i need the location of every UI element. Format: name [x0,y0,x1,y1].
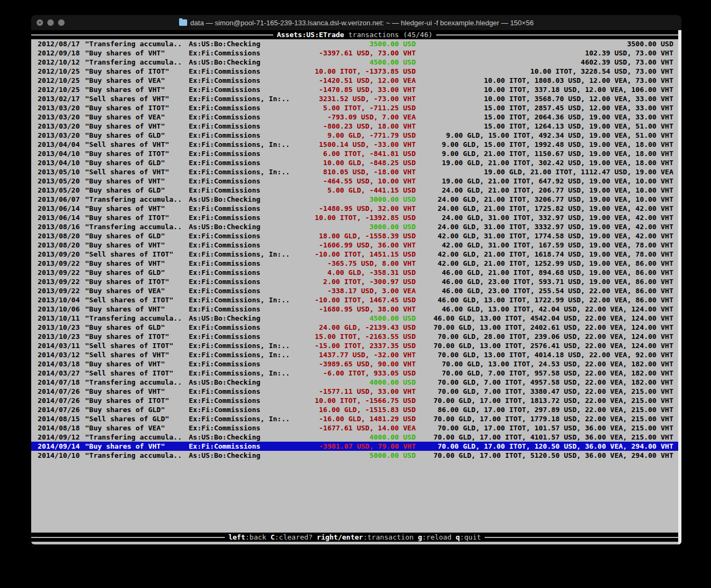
transaction-row[interactable]: 2012/10/25"Buy shares of VEA"Ex:Fi:Commi… [31,76,678,85]
transaction-row[interactable]: 2013/02/17"Sell shares of VHT"Ex:Fi:Comm… [31,94,678,103]
txn-amount: 16.00 GLD, -1515.83 USD [292,405,416,414]
txn-date: 2014/09/14 [38,442,85,451]
transaction-row[interactable]: 2013/06/14"Buy shares of ITOT"Ex:Fi:Comm… [31,213,678,222]
close-button[interactable] [37,19,43,26]
txn-amount: 2.00 ITOT, -300.97 USD [292,277,416,286]
window-titlebar[interactable]: data — simon@pool-71-165-239-133.lsanca.… [31,15,681,30]
txn-account: As:US:Bo:Checking [189,39,292,48]
txn-account: Ex:Fi:Commissions [189,112,292,122]
key-hint-key: right/enter [317,533,363,541]
transaction-row[interactable]: 2013/09/20"Sell shares of ITOT"Ex:Fi:Com… [31,250,678,259]
transaction-row[interactable]: 2013/08/16"Transfering accumula..As:US:B… [31,222,678,231]
folder-icon [179,19,187,26]
transaction-row[interactable]: 2013/03/20"Buy shares of VHT"Ex:Fi:Commi… [31,122,678,131]
txn-amount: -464.55 USD, 10.00 VHT [292,176,416,186]
key-hint-key: q [456,533,460,541]
transaction-row[interactable]: 2013/10/23"Buy shares of ITOT"Ex:Fi:Comm… [31,332,678,341]
txn-account: Ex:Fi:Commissions [189,405,292,414]
txn-description: "Buy shares of VHT" [85,259,189,268]
txn-account: As:US:Bo:Checking [189,433,292,442]
txn-balance: 10.00 ITOT, 3568.70 USD, 12.00 VEA, 33.0… [416,94,673,103]
transaction-row[interactable]: 2014/07/26"Buy shares of GLD"Ex:Fi:Commi… [31,405,678,414]
txn-account: Ex:Fi:Commissions [189,48,292,58]
key-hint-key: C [271,533,275,541]
transaction-row[interactable]: 2013/10/04"Sell shares of ITOT"Ex:Fi:Com… [31,295,678,304]
txn-date: 2013/09/22 [38,259,85,268]
transaction-row[interactable]: 2013/09/22"Buy shares of VEA"Ex:Fi:Commi… [31,286,678,295]
transaction-row[interactable]: 2014/07/26"Buy shares of VHT"Ex:Fi:Commi… [31,387,678,396]
transaction-row[interactable]: 2013/05/20"Buy shares of VHT"Ex:Fi:Commi… [31,176,678,186]
traffic-lights [37,15,65,30]
minimize-button[interactable] [47,19,54,26]
txn-account: Ex:Fi:Commissions [189,442,292,451]
transaction-row[interactable]: 2013/04/04"Sell shares of VHT"Ex:Fi:Comm… [31,140,678,149]
transaction-row[interactable]: 2013/08/20"Buy shares of GLD"Ex:Fi:Commi… [31,231,678,240]
txn-account: Ex:Fi:Commissions [189,67,292,76]
txn-balance: 15.00 ITOT, 2857.45 USD, 12.00 VEA, 33.0… [416,103,673,112]
transaction-row[interactable]: 2013/09/22"Buy shares of ITOT"Ex:Fi:Comm… [31,277,678,286]
transaction-row[interactable]: 2013/08/20"Buy shares of VHT"Ex:Fi:Commi… [31,240,678,250]
txn-account: Ex:Fi:Commissions [189,131,292,140]
txn-description: "Transfering accumula.. [85,314,189,323]
txn-balance: 46.00 GLD, 21.00 ITOT, 894.68 USD, 19.00… [416,268,673,277]
transaction-row[interactable]: 2013/09/22"Buy shares of VHT"Ex:Fi:Commi… [31,259,678,268]
transaction-row[interactable]: 2012/10/25"Buy shares of ITOT"Ex:Fi:Comm… [31,67,678,76]
transaction-row[interactable]: 2013/06/07"Transfering accumula..As:US:B… [31,195,678,204]
transaction-row[interactable]: 2014/09/12"Transfering accumula..As:US:B… [31,433,678,442]
transaction-row[interactable]: 2013/04/10"Buy shares of ITOT"Ex:Fi:Comm… [31,149,678,158]
txn-amount: -16.00 GLD, 1481.29 USD [292,414,416,423]
transaction-row[interactable]: 2012/10/12"Transfering accumula..As:US:B… [31,58,678,67]
transaction-row[interactable]: 2014/07/26"Buy shares of ITOT"Ex:Fi:Comm… [31,396,678,405]
transaction-row[interactable]: 2014/10/10"Transfering accumula..As:US:B… [31,451,678,460]
txn-date: 2013/08/16 [38,222,85,231]
txn-balance: 70.00 GLD, 17.00 ITOT, 1779.18 USD, 22.0… [416,414,673,423]
terminal-screen[interactable]: Assets:US:ETrade transactions (45/46) 20… [31,30,681,544]
scrollbar-track[interactable] [678,30,681,544]
transaction-row[interactable]: 2013/05/10"Sell shares of VHT"Ex:Fi:Comm… [31,167,678,176]
transaction-row[interactable]: 2013/03/20"Buy shares of VEA"Ex:Fi:Commi… [31,112,678,122]
transaction-row[interactable]: 2014/09/14"Buy shares of VHT"Ex:Fi:Commi… [31,442,678,451]
txn-balance: 70.00 GLD, 17.00 ITOT, 4101.57 USD, 36.0… [416,433,673,442]
txn-account: Ex:Fi:Commissions [189,204,292,213]
transaction-row[interactable]: 2013/04/10"Buy shares of GLD"Ex:Fi:Commi… [31,158,678,167]
txn-date: 2013/04/04 [38,140,85,149]
txn-balance: 42.00 GLD, 21.00 ITOT, 1618.74 USD, 19.0… [416,250,673,259]
txn-description: "Transfering accumula.. [85,195,189,204]
transaction-row[interactable]: 2014/03/27"Sell shares of ITOT"Ex:Fi:Com… [31,369,678,378]
transaction-row[interactable]: 2013/03/20"Buy shares of GLD"Ex:Fi:Commi… [31,131,678,140]
txn-description: "Sell shares of ITOT" [85,369,189,378]
txn-description: "Buy shares of GLD" [85,158,189,167]
transaction-row[interactable]: 2013/10/23"Buy shares of GLD"Ex:Fi:Commi… [31,323,678,332]
transaction-row[interactable]: 2014/07/18"Transfering accumula..As:US:B… [31,378,678,387]
txn-amount: 24.00 GLD, -2139.43 USD [292,323,416,332]
transaction-row[interactable]: 2014/03/12"Sell shares of VHT"Ex:Fi:Comm… [31,350,678,359]
transaction-row[interactable]: 2013/10/11"Transfering accumula..As:US:B… [31,314,678,323]
transaction-row[interactable]: 2014/03/11"Sell shares of ITOT"Ex:Fi:Com… [31,341,678,350]
transaction-row[interactable]: 2013/03/20"Buy shares of ITOT"Ex:Fi:Comm… [31,103,678,112]
txn-balance: 70.00 GLD, 7.00 ITOT, 957.58 USD, 22.00 … [416,369,673,378]
txn-description: "Buy shares of VEA" [85,286,189,295]
txn-date: 2012/10/25 [38,85,85,94]
transaction-row[interactable]: 2012/09/18"Buy shares of VHT"Ex:Fi:Commi… [31,48,678,58]
zoom-button[interactable] [58,19,65,26]
transaction-row[interactable]: 2013/09/22"Buy shares of GLD"Ex:Fi:Commi… [31,268,678,277]
txn-balance: 24.00 GLD, 31.00 ITOT, 3332.97 USD, 19.0… [416,222,673,231]
transaction-row[interactable]: 2013/05/20"Buy shares of GLD"Ex:Fi:Commi… [31,186,678,195]
txn-date: 2014/09/12 [38,433,85,442]
transaction-row[interactable]: 2012/08/17"Transfering accumula..As:US:B… [31,39,678,48]
txn-date: 2013/09/22 [38,277,85,286]
txn-description: "Buy shares of ITOT" [85,332,189,341]
txn-description: "Transfering accumula.. [85,39,189,48]
transaction-row[interactable]: 2014/08/15"Sell shares of GLD"Ex:Fi:Comm… [31,414,678,423]
key-hint-action: :transaction [363,533,418,541]
transaction-row[interactable]: 2014/08/18"Buy shares of VEA"Ex:Fi:Commi… [31,423,678,433]
txn-amount: 1437.77 USD, -32.00 VHT [292,350,416,359]
transaction-row[interactable]: 2013/10/06"Buy shares of VHT"Ex:Fi:Commi… [31,304,678,314]
txn-amount: 3000.00 USD [292,222,416,231]
transaction-row[interactable]: 2014/03/18"Buy shares of VHT"Ex:Fi:Commi… [31,359,678,369]
txn-description: "Buy shares of VHT" [85,359,189,369]
txn-description: "Buy shares of GLD" [85,323,189,332]
txn-description: "Buy shares of VHT" [85,85,189,94]
transaction-row[interactable]: 2012/10/25"Buy shares of VHT"Ex:Fi:Commi… [31,85,678,94]
transaction-row[interactable]: 2013/06/14"Buy shares of VHT"Ex:Fi:Commi… [31,204,678,213]
